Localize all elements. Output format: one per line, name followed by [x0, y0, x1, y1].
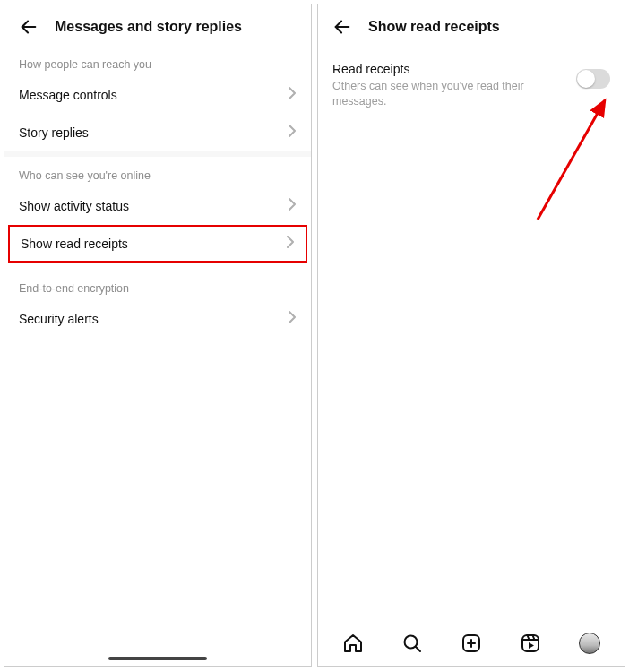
section-label-reach: How people can reach you [4, 46, 311, 76]
left-screen: Messages and story replies How people ca… [4, 4, 312, 667]
nav-home-icon[interactable] [341, 632, 365, 655]
chevron-right-icon [286, 236, 295, 252]
row-message-controls[interactable]: Message controls [4, 76, 311, 114]
svg-line-4 [416, 647, 420, 651]
row-label: Show activity status [19, 199, 129, 213]
read-receipts-toggle[interactable] [576, 69, 610, 89]
header-right: Show read receipts [318, 4, 625, 46]
right-screen: Show read receipts Read receipts Others … [317, 4, 625, 667]
setting-description: Others can see when you've read their me… [332, 79, 567, 109]
toggle-knob [577, 70, 595, 88]
row-label: Security alerts [19, 312, 99, 326]
chevron-right-icon [288, 198, 297, 214]
avatar [579, 633, 600, 654]
chevron-right-icon [288, 311, 297, 327]
setting-read-receipts: Read receipts Others can see when you've… [318, 46, 625, 109]
content-right: Read receipts Others can see when you've… [318, 46, 625, 623]
section-label-encryption: End-to-end encryption [4, 263, 311, 300]
row-security-alerts[interactable]: Security alerts [4, 300, 311, 338]
back-arrow-icon[interactable] [332, 17, 352, 37]
row-story-replies[interactable]: Story replies [4, 114, 311, 151]
page-title-right: Show read receipts [368, 19, 500, 35]
row-label: Show read receipts [21, 237, 128, 251]
row-label: Story replies [19, 125, 89, 140]
setting-text: Read receipts Others can see when you've… [332, 62, 576, 109]
nav-reels-icon[interactable] [519, 632, 542, 655]
page-title-left: Messages and story replies [55, 19, 242, 35]
content-left: How people can reach you Message control… [4, 46, 311, 666]
bottom-nav [318, 623, 625, 666]
home-indicator [108, 657, 207, 660]
back-arrow-icon[interactable] [19, 17, 39, 37]
nav-profile-icon[interactable] [578, 632, 601, 655]
section-label-online: Who can see you're online [4, 157, 311, 187]
nav-create-icon[interactable] [460, 632, 483, 655]
chevron-right-icon [288, 87, 297, 103]
header-left: Messages and story replies [4, 4, 311, 46]
chevron-right-icon [288, 125, 297, 141]
row-activity-status[interactable]: Show activity status [4, 187, 311, 225]
setting-title: Read receipts [332, 62, 567, 76]
svg-rect-8 [522, 635, 539, 651]
row-show-read-receipts[interactable]: Show read receipts [8, 225, 307, 263]
nav-search-icon[interactable] [401, 632, 424, 655]
row-label: Message controls [19, 88, 117, 102]
